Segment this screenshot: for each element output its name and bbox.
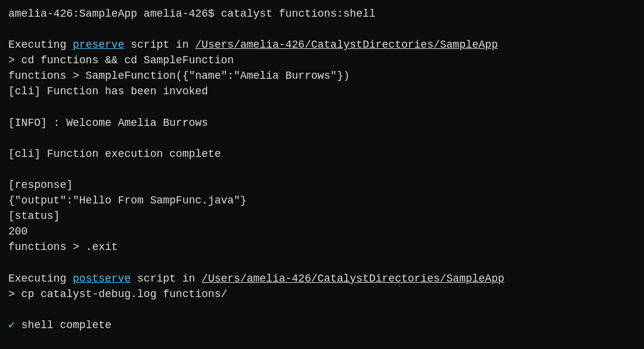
empty-line-8	[8, 131, 636, 146]
text-segment: /Users/amelia-426/CatalystDirectories/Sa…	[202, 273, 504, 285]
text-segment: amelia-426:SampleApp amelia-426$ catalys…	[8, 8, 376, 20]
text-segment: shell complete	[15, 319, 112, 331]
text-segment: > cd functions && cd SampleFunction	[8, 54, 234, 66]
text-segment: [status]	[8, 210, 60, 222]
text-segment: script in	[124, 39, 195, 51]
text-segment: Executing	[8, 39, 73, 51]
text-segment: ✔	[8, 319, 15, 331]
cp-line: > cp catalyst-debug.log functions/	[8, 286, 636, 302]
status-line: [status]	[8, 208, 636, 224]
preserve-line: Executing preserve script in /Users/amel…	[8, 37, 636, 52]
cd-line: > cd functions && cd SampleFunction	[8, 52, 636, 68]
cmd-line: amelia-426:SampleApp amelia-426$ catalys…	[8, 6, 636, 21]
text-segment: [response]	[8, 179, 73, 191]
text-segment: preserve	[73, 39, 124, 51]
exit-line: functions > .exit	[8, 239, 636, 255]
text-segment: Executing	[8, 273, 73, 285]
text-segment: > cp catalyst-debug.log functions/	[8, 288, 227, 300]
complete-line: ✔ shell complete	[8, 317, 636, 333]
empty-line-1	[8, 21, 636, 37]
empty-line-10	[8, 162, 636, 177]
invoke-line: functions > SampleFunction({"name":"Amel…	[8, 68, 636, 84]
text-segment: [INFO] : Welcome Amelia Burrows	[8, 117, 208, 129]
invoked-line: [cli] Function has been invoked	[8, 84, 636, 99]
postserve-line: Executing postserve script in /Users/ame…	[8, 271, 636, 286]
text-segment: functions > SampleFunction({"name":"Amel…	[8, 70, 350, 82]
text-segment: {"output":"Hello From SampFunc.java"}	[8, 194, 247, 206]
text-segment: [cli] Function has been invoked	[8, 85, 208, 97]
empty-line-16	[8, 255, 636, 271]
200-line: 200	[8, 224, 636, 239]
text-segment: /Users/amelia-426/CatalystDirectories/Sa…	[195, 39, 498, 51]
text-segment: [cli] Function execution complete	[8, 148, 221, 160]
info-line: [INFO] : Welcome Amelia Burrows	[8, 115, 636, 131]
text-segment: 200	[8, 226, 27, 237]
response-line: [response]	[8, 177, 636, 193]
execution-line: [cli] Function execution complete	[8, 146, 636, 162]
output-line: {"output":"Hello From SampFunc.java"}	[8, 193, 636, 208]
terminal: amelia-426:SampleApp amelia-426$ catalys…	[8, 6, 636, 343]
text-segment: functions > .exit	[8, 241, 118, 253]
empty-line-6	[8, 100, 636, 115]
text-segment: script in	[131, 273, 202, 285]
text-segment: postserve	[73, 273, 131, 285]
empty-line-19	[8, 302, 636, 317]
